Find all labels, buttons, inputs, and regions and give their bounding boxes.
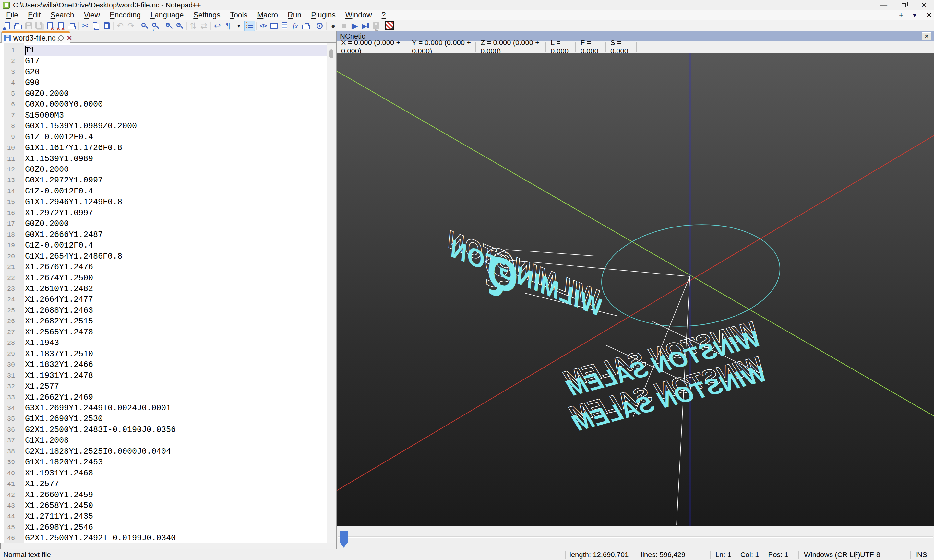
code-line[interactable]: S15000M3 xyxy=(25,110,176,121)
zoom-out-icon[interactable] xyxy=(174,21,185,31)
code-line[interactable]: X1.2674Y1.2500 xyxy=(25,273,176,283)
monitoring-icon[interactable] xyxy=(314,21,325,31)
macro-stop-icon[interactable]: ■ xyxy=(339,21,349,31)
menu-item-file[interactable]: File xyxy=(1,10,23,20)
menu-item-macro[interactable]: Macro xyxy=(252,10,283,20)
code-line[interactable]: X1.2698Y1.2546 xyxy=(25,522,176,533)
tab-close-icon[interactable]: ✕ xyxy=(66,34,72,42)
code-line[interactable]: X1.2577 xyxy=(25,478,176,489)
code-line[interactable]: X1.1931Y1.2468 xyxy=(25,468,176,478)
macro-save-icon[interactable] xyxy=(371,21,381,31)
insert-mode-status[interactable]: INS xyxy=(915,551,927,559)
code-line[interactable]: G2X1.2500Y1.2492I-0.0199J0.0340 xyxy=(25,533,176,543)
indent-guide-icon[interactable] xyxy=(244,21,255,31)
code-line[interactable]: G90 xyxy=(25,77,176,88)
menu-item-[interactable]: ? xyxy=(377,10,391,20)
code-line[interactable]: X1.2664Y1.2477 xyxy=(25,294,176,305)
minimize-button[interactable]: — xyxy=(874,0,894,10)
code-lines[interactable]: T1G17G20G90G0Z0.2000G0X0.0000Y0.0000S150… xyxy=(25,45,176,543)
toolbar-dropdown-icon[interactable]: ▼ xyxy=(233,21,244,31)
replace-icon[interactable] xyxy=(150,21,160,31)
code-line[interactable]: G1Z-0.0012F0.4 xyxy=(25,240,176,251)
code-line[interactable]: X1.2676Y1.2476 xyxy=(25,262,176,272)
code-line[interactable]: G17 xyxy=(25,56,176,66)
code-line[interactable]: X1.1539Y1.0989 xyxy=(25,154,176,164)
code-line[interactable]: X1.2688Y1.2463 xyxy=(25,305,176,316)
document-list-icon[interactable] xyxy=(279,21,290,31)
document-map-icon[interactable] xyxy=(268,21,279,31)
code-line[interactable]: G20 xyxy=(25,67,176,77)
cut-icon[interactable]: ✂ xyxy=(80,21,91,31)
code-line[interactable]: G1Z-0.0012F0.4 xyxy=(25,132,176,143)
code-line[interactable]: X1.2565Y1.2478 xyxy=(25,327,176,338)
menu-item-search[interactable]: Search xyxy=(46,10,79,20)
code-line[interactable]: G1Z-0.0012F0.4 xyxy=(25,186,176,197)
close-button[interactable]: ✕ xyxy=(914,0,934,10)
ncnetic-3d-viewport[interactable]: Q WILMINGTON WINSTON SALEM WINSTON SALEM… xyxy=(337,53,934,526)
function-list-icon[interactable]: </> xyxy=(258,21,268,31)
restore-button[interactable] xyxy=(894,0,914,10)
vscroll-thumb[interactable] xyxy=(330,49,333,58)
code-line[interactable]: X1.2610Y1.2482 xyxy=(25,283,176,294)
macro-record-icon[interactable]: ● xyxy=(328,21,339,31)
code-line[interactable]: X1.1931Y1.2478 xyxy=(25,371,176,381)
encoding-status[interactable]: UTF-8 xyxy=(860,551,880,559)
tab-word3-file[interactable]: word3-file.nc ✕ xyxy=(1,31,70,43)
code-line[interactable]: G0Z0.2000 xyxy=(25,218,176,229)
code-line[interactable]: X1.2711Y1.2435 xyxy=(25,511,176,522)
menu-item-tools[interactable]: Tools xyxy=(225,10,252,20)
folder-workspace-icon[interactable] xyxy=(301,21,311,31)
code-line[interactable]: T1 xyxy=(25,45,176,56)
code-line[interactable]: X1.1832Y1.2466 xyxy=(25,359,176,370)
code-line[interactable]: G1X1.1820Y1.2453 xyxy=(25,457,176,468)
code-line[interactable]: X1.1837Y1.2510 xyxy=(25,349,176,359)
close-tab-button[interactable]: ✕ xyxy=(926,11,932,20)
sync-vertical-icon[interactable]: ⇅ xyxy=(188,21,199,31)
code-line[interactable]: X1.2658Y1.2450 xyxy=(25,500,176,511)
print-icon[interactable] xyxy=(66,21,77,31)
code-line[interactable]: G1X1.2690Y1.2530 xyxy=(25,414,176,424)
menu-item-settings[interactable]: Settings xyxy=(188,10,225,20)
code-line[interactable]: G2X1.2500Y1.2483I-0.0190J0.0356 xyxy=(25,425,176,435)
new-tab-button[interactable]: + xyxy=(899,11,903,20)
editor[interactable]: 1234567891011121314151617181920212223242… xyxy=(0,43,336,543)
eol-status[interactable]: Windows (CR LF) xyxy=(804,551,860,559)
fx-icon[interactable]: fx xyxy=(290,21,301,31)
code-line[interactable]: G3X1.2699Y1.2449I0.0024J0.0001 xyxy=(25,403,176,414)
code-line[interactable]: X1.2682Y1.2515 xyxy=(25,316,176,327)
find-icon[interactable] xyxy=(139,21,150,31)
code-line[interactable]: G0X1.1539Y1.0989Z0.2000 xyxy=(25,121,176,132)
open-file-icon[interactable] xyxy=(13,21,23,31)
menu-item-edit[interactable]: Edit xyxy=(23,10,46,20)
macro-run-multiple-icon[interactable] xyxy=(360,21,371,31)
code-line[interactable]: G0X0.0000Y0.0000 xyxy=(25,99,176,110)
close-all-icon[interactable] xyxy=(55,21,66,31)
code-line[interactable]: X1.2660Y1.2459 xyxy=(25,490,176,500)
ncnetic-plugin-icon[interactable] xyxy=(384,21,395,31)
code-line[interactable]: G0Z0.2000 xyxy=(25,88,176,99)
new-file-icon[interactable] xyxy=(2,21,13,31)
code-line[interactable]: X1.2577 xyxy=(25,381,176,392)
code-line[interactable]: G0X1.2666Y1.2487 xyxy=(25,229,176,240)
code-line[interactable]: X1.2662Y1.2469 xyxy=(25,392,176,403)
undo-icon[interactable]: ↶ xyxy=(115,21,125,31)
copy-icon[interactable] xyxy=(91,21,101,31)
pin-icon[interactable] xyxy=(58,35,64,41)
timeline-slider-thumb[interactable] xyxy=(340,531,348,548)
macro-play-icon[interactable]: ▶ xyxy=(349,21,360,31)
menu-item-plugins[interactable]: Plugins xyxy=(306,10,340,20)
word-wrap-icon[interactable]: ↩ xyxy=(212,21,223,31)
code-line[interactable]: X1.1943 xyxy=(25,338,176,348)
menu-item-language[interactable]: Language xyxy=(146,10,188,20)
code-line[interactable]: X1.2972Y1.0997 xyxy=(25,208,176,218)
menu-item-encoding[interactable]: Encoding xyxy=(105,10,146,20)
show-all-characters-icon[interactable]: ¶ xyxy=(223,21,233,31)
close-file-icon[interactable] xyxy=(45,21,55,31)
code-line[interactable]: G0X1.2972Y1.0997 xyxy=(25,175,176,186)
code-line[interactable]: G2X1.1828Y1.2525I0.0000J0.0404 xyxy=(25,446,176,457)
code-line[interactable]: G1X1.2654Y1.2486F0.8 xyxy=(25,251,176,262)
timeline-track[interactable] xyxy=(338,536,933,538)
menu-item-view[interactable]: View xyxy=(79,10,105,20)
paste-icon[interactable] xyxy=(101,21,112,31)
menu-item-run[interactable]: Run xyxy=(283,10,306,20)
